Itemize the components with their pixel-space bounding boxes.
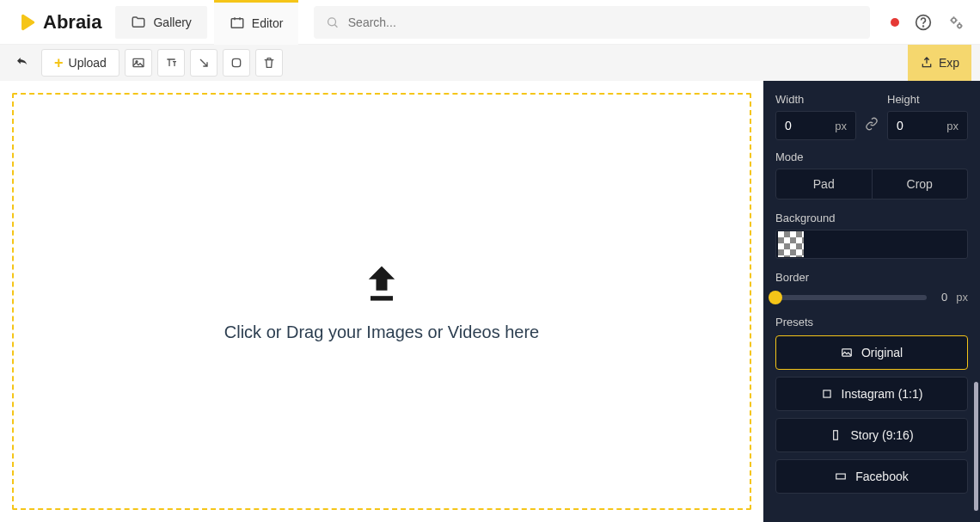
trash-icon [262,56,276,70]
image-icon [132,56,145,70]
upload-button[interactable]: + Upload [41,49,119,77]
plus-icon: + [54,54,64,72]
width-input[interactable] [785,119,835,132]
svg-point-5 [958,24,961,28]
drop-zone-text: Click or Drag your Images or Videos here [224,322,539,342]
height-unit: px [946,120,959,132]
image-outline-icon [841,347,853,359]
brand-name: Abraia [43,11,101,34]
image-tool-button[interactable] [125,49,152,77]
svg-rect-8 [232,58,240,66]
height-input[interactable] [897,119,946,132]
slider-thumb[interactable] [769,291,782,304]
folder-icon [131,15,146,30]
svg-point-4 [952,18,956,22]
tab-gallery-label: Gallery [153,15,191,29]
search-input[interactable] [348,15,858,29]
canvas-area: Click or Drag your Images or Videos here [0,81,763,522]
preset-story-label: Story (9:16) [850,428,913,442]
preset-facebook[interactable]: Facebook [775,459,968,494]
preset-original[interactable]: Original [775,335,968,370]
settings-icon[interactable] [947,14,965,31]
mode-group: Pad Crop [775,169,968,200]
preset-instagram-label: Instagram (1:1) [842,387,923,401]
scrollbar[interactable] [974,382,978,511]
properties-panel: Width px Height px Mode P [763,81,980,522]
mode-crop-button[interactable]: Crop [873,169,969,200]
svg-rect-9 [371,296,393,300]
record-indicator[interactable] [891,18,899,27]
mode-pad-button[interactable]: Pad [775,169,873,200]
edit-icon [230,15,245,31]
height-label: Height [887,93,968,106]
landscape-rect-icon [835,470,847,482]
tab-editor-label: Editor [252,16,284,30]
export-button[interactable]: Exp [908,45,971,81]
shape-tool-button[interactable] [223,49,250,77]
main-area: Click or Drag your Images or Videos here… [0,81,980,522]
search-icon [326,15,339,29]
tab-gallery[interactable]: Gallery [115,6,206,39]
export-label: Exp [939,56,959,70]
preset-facebook-label: Facebook [855,470,908,483]
svg-rect-11 [823,390,830,397]
svg-point-3 [923,26,924,27]
tab-editor[interactable]: Editor [214,0,299,45]
diagonal-arrow-icon [197,56,211,70]
text-icon [164,56,178,70]
rounded-square-icon [230,56,243,70]
upload-label: Upload [69,56,107,70]
preset-instagram[interactable]: Instagram (1:1) [775,377,968,411]
preset-original-label: Original [861,346,903,359]
link-dimensions-button[interactable] [865,117,879,140]
toolbar: + Upload Exp [0,45,980,81]
svg-rect-12 [834,431,838,440]
svg-rect-0 [231,19,243,28]
svg-point-1 [328,17,336,25]
help-icon[interactable] [915,14,932,31]
play-icon [15,11,38,34]
header-actions [877,14,971,31]
undo-icon [15,55,30,71]
preset-story[interactable]: Story (9:16) [775,418,968,452]
border-unit: px [956,291,968,304]
brand-logo[interactable]: Abraia [9,11,108,34]
drop-zone[interactable]: Click or Drag your Images or Videos here [12,93,751,510]
undo-button[interactable] [9,49,36,77]
border-value: 0 [935,291,947,304]
header: Abraia Gallery Editor [0,0,980,45]
presets-label: Presets [775,316,968,329]
link-icon [865,117,879,131]
height-input-wrap[interactable]: px [887,111,968,140]
mode-label: Mode [775,150,968,163]
border-label: Border [775,271,968,284]
arrow-tool-button[interactable] [190,49,217,77]
border-slider[interactable] [775,295,927,300]
portrait-rect-icon [830,429,842,441]
background-swatch[interactable] [775,230,968,259]
width-label: Width [775,93,856,106]
upload-icon [359,261,404,305]
transparent-swatch-icon [778,231,804,257]
delete-button[interactable] [255,49,283,77]
search-bar[interactable] [314,6,870,39]
width-input-wrap[interactable]: px [775,111,856,140]
svg-rect-13 [836,474,846,479]
square-icon [821,388,833,400]
width-unit: px [835,120,847,132]
export-icon [920,56,934,70]
background-label: Background [775,212,968,224]
text-tool-button[interactable] [157,49,185,77]
